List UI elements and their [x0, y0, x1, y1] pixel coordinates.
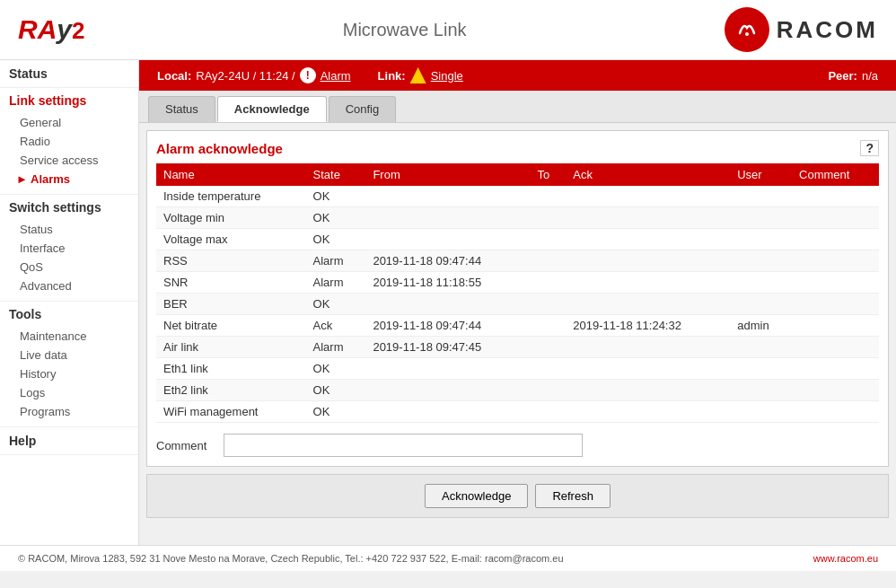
col-comment: Comment: [792, 163, 879, 186]
help-button[interactable]: ?: [860, 140, 879, 156]
table-cell: RSS: [156, 250, 306, 272]
alarm-circle-icon: !: [300, 67, 316, 83]
table-cell: admin: [730, 315, 792, 337]
table-cell: Inside temperature: [156, 186, 306, 207]
sidebar-group-link-settings: Link settings General Radio Service acce…: [0, 88, 138, 195]
table-cell: [530, 207, 566, 229]
table-cell: Ack: [306, 315, 366, 337]
acknowledge-button[interactable]: Acknowledge: [425, 484, 528, 508]
table-cell: OK: [306, 186, 366, 207]
col-name: Name: [156, 163, 306, 186]
table-row: Eth1 linkOK: [156, 358, 879, 380]
tab-status[interactable]: Status: [148, 96, 215, 122]
table-row: Air linkAlarm2019-11-18 09:47:45: [156, 337, 879, 358]
link-value[interactable]: Single: [431, 69, 463, 83]
sidebar-item-help[interactable]: Help: [0, 427, 138, 455]
table-cell: [730, 229, 792, 250]
table-cell: [730, 337, 792, 358]
table-cell: [730, 380, 792, 401]
peer-label: Peer:: [828, 69, 857, 83]
sidebar-item-advanced[interactable]: Advanced: [0, 276, 138, 295]
footer-link[interactable]: www.racom.eu: [813, 553, 878, 564]
sidebar-switch-settings-label: Switch settings: [0, 195, 138, 220]
table-cell: [566, 380, 730, 401]
table-cell: [530, 250, 566, 272]
table-cell: [530, 294, 566, 315]
table-cell: [530, 315, 566, 337]
table-cell: Alarm: [306, 250, 366, 272]
table-cell: Air link: [156, 337, 306, 358]
alarm-section-header: Alarm acknowledge ?: [156, 140, 879, 156]
table-cell: SNR: [156, 272, 306, 294]
table-row: BEROK: [156, 294, 879, 315]
status-bar: Local: RAy2-24U / 11:24 / ! Alarm Link: …: [139, 60, 896, 91]
peer-value: n/a: [862, 69, 878, 83]
sidebar: Status Link settings General Radio Servi…: [0, 60, 139, 545]
warning-triangle-icon: [410, 67, 426, 83]
footer: © RACOM, Mirova 1283, 592 31 Nove Mesto …: [0, 545, 896, 571]
table-row: SNRAlarm2019-11-18 11:18:55: [156, 272, 879, 294]
table-cell: [792, 229, 879, 250]
tab-acknowledge[interactable]: Acknowledge: [217, 96, 327, 122]
table-cell: OK: [306, 294, 366, 315]
alarm-link[interactable]: Alarm: [321, 69, 351, 83]
sidebar-group-switch-settings: Switch settings Status Interface QoS Adv…: [0, 195, 138, 302]
table-cell: [792, 401, 879, 423]
local-value: RAy2-24U / 11:24 /: [196, 69, 294, 83]
table-cell: OK: [306, 229, 366, 250]
racom-logo-icon: [733, 15, 761, 44]
sidebar-item-interface[interactable]: Interface: [0, 239, 138, 258]
table-row: Net bitrateAck2019-11-18 09:47:442019-11…: [156, 315, 879, 337]
sidebar-item-alarms[interactable]: ► Alarms: [0, 170, 138, 189]
comment-input[interactable]: [224, 434, 583, 457]
table-cell: [566, 358, 730, 380]
refresh-button[interactable]: Refresh: [535, 484, 611, 508]
table-cell: [530, 401, 566, 423]
sidebar-item-general[interactable]: General: [0, 113, 138, 132]
table-cell: Eth1 link: [156, 358, 306, 380]
table-cell: [365, 229, 530, 250]
logo-racom: RACOM: [725, 7, 878, 52]
table-cell: [566, 337, 730, 358]
sidebar-item-maintenance[interactable]: Maintenance: [0, 327, 138, 346]
content-area: Alarm acknowledge ? Name State From To A…: [146, 130, 889, 467]
sidebar-item-programs[interactable]: Programs: [0, 402, 138, 421]
comment-label: Comment: [156, 439, 215, 452]
table-cell: [365, 358, 530, 380]
table-cell: [365, 401, 530, 423]
sidebar-item-history[interactable]: History: [0, 364, 138, 383]
sidebar-item-status[interactable]: Status: [0, 60, 138, 88]
table-cell: [792, 294, 879, 315]
table-cell: [530, 186, 566, 207]
table-cell: [792, 250, 879, 272]
col-user: User: [730, 163, 792, 186]
table-cell: [530, 358, 566, 380]
table-cell: OK: [306, 401, 366, 423]
table-cell: [530, 337, 566, 358]
table-cell: [730, 207, 792, 229]
table-cell: [792, 186, 879, 207]
table-row: Voltage minOK: [156, 207, 879, 229]
racom-icon: [725, 7, 769, 52]
racom-text: RACOM: [777, 16, 878, 44]
sidebar-item-radio[interactable]: Radio: [0, 132, 138, 151]
sidebar-item-service-access[interactable]: Service access: [0, 151, 138, 170]
table-cell: [730, 272, 792, 294]
logo-left: RAy2: [18, 14, 85, 45]
tabs-bar: Status Acknowledge Config: [139, 91, 896, 123]
link-label: Link:: [378, 69, 406, 83]
sidebar-item-qos[interactable]: QoS: [0, 258, 138, 276]
table-row: WiFi managementOK: [156, 401, 879, 423]
table-cell: [730, 186, 792, 207]
sidebar-item-sw-status[interactable]: Status: [0, 220, 138, 239]
table-cell: BER: [156, 294, 306, 315]
sidebar-item-live-data[interactable]: Live data: [0, 346, 138, 364]
table-cell: WiFi management: [156, 401, 306, 423]
table-cell: 2019-11-18 09:47:44: [365, 315, 530, 337]
local-label: Local:: [157, 69, 191, 83]
sidebar-item-logs[interactable]: Logs: [0, 383, 138, 402]
tab-config[interactable]: Config: [329, 96, 397, 122]
table-cell: [792, 380, 879, 401]
col-to: To: [530, 163, 566, 186]
main-content: Local: RAy2-24U / 11:24 / ! Alarm Link: …: [139, 60, 896, 545]
